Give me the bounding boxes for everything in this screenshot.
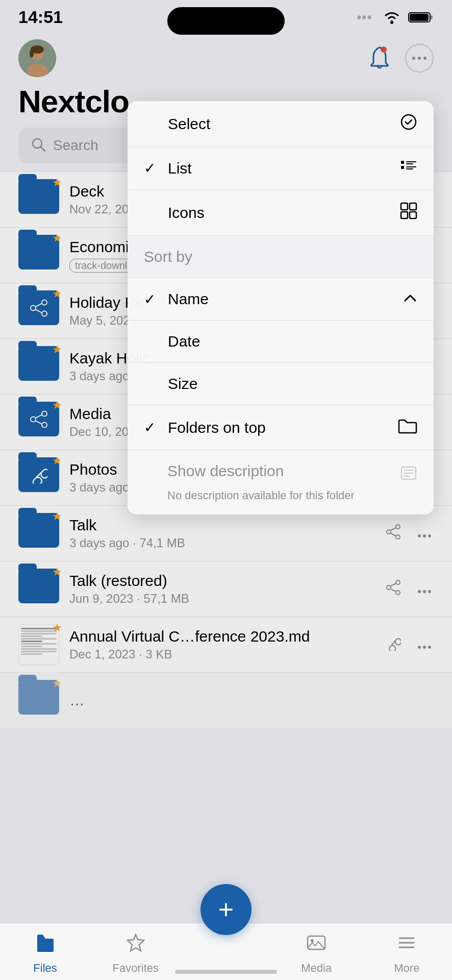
list-check: ✓ [144, 160, 156, 177]
menu-item-name[interactable]: ✓ Name [128, 278, 434, 321]
tab-files[interactable]: Files [20, 932, 71, 975]
svg-rect-54 [401, 166, 404, 169]
menu-item-icons[interactable]: ✓ Icons [128, 190, 434, 236]
chevron-up-icon [403, 291, 417, 307]
menu-item-icons-left: ✓ Icons [144, 204, 205, 222]
tab-more[interactable]: More [381, 932, 432, 975]
files-tab-label: Files [33, 962, 57, 975]
folders-on-top-check: ✓ [144, 419, 156, 436]
circle-check-icon [400, 113, 417, 134]
fab-button[interactable]: + [200, 884, 252, 935]
home-indicator [175, 970, 277, 974]
list-label: List [168, 160, 192, 177]
tab-media[interactable]: Media [291, 932, 342, 975]
icons-label: Icons [168, 204, 205, 222]
menu-item-folders-on-top-left: ✓ Folders on top [144, 419, 266, 436]
tab-favorites[interactable]: Favorites [110, 932, 161, 975]
svg-rect-59 [401, 212, 408, 218]
sort-by-header: Sort by [128, 236, 434, 278]
name-label: Name [168, 290, 209, 308]
more-tab-label: More [394, 962, 419, 975]
favorites-tab-label: Favorites [113, 962, 159, 975]
folders-on-top-label: Folders on top [168, 419, 266, 436]
name-check: ✓ [144, 291, 156, 308]
svg-point-50 [401, 115, 416, 129]
svg-rect-51 [401, 161, 404, 164]
show-description-sublabel: No description available for this folder [167, 489, 355, 502]
menu-item-date-left: ✓ Date [144, 333, 200, 350]
media-tab-icon [305, 932, 328, 959]
select-label: Select [168, 115, 210, 133]
svg-rect-55 [406, 166, 416, 167]
svg-rect-65 [308, 936, 325, 949]
menu-item-show-description: Show description No description availabl… [128, 450, 434, 514]
files-tab-icon [34, 932, 57, 959]
fab-plus-icon: + [218, 896, 234, 923]
menu-item-date[interactable]: ✓ Date [128, 321, 434, 363]
menu-item-name-left: ✓ Name [144, 290, 209, 308]
menu-item-show-description-content: Show description No description availabl… [144, 462, 355, 502]
grid-view-icon [400, 202, 417, 223]
svg-rect-52 [406, 161, 416, 162]
list-view-icon [400, 159, 417, 177]
more-tab-icon [395, 932, 418, 959]
menu-item-size-left: ✓ Size [144, 375, 197, 393]
svg-rect-53 [406, 163, 413, 164]
svg-rect-58 [410, 203, 416, 210]
sort-by-label: Sort by [144, 248, 192, 265]
list-text-icon [400, 464, 417, 485]
svg-rect-57 [401, 203, 408, 210]
menu-item-folders-on-top[interactable]: ✓ Folders on top [128, 405, 434, 450]
size-label: Size [168, 375, 197, 393]
svg-rect-56 [406, 168, 413, 169]
folder-outline-icon [398, 418, 417, 437]
show-description-label: Show description [167, 462, 284, 480]
favorites-tab-icon [124, 932, 147, 959]
dropdown-menu: ✓ Select ✓ List [128, 101, 434, 514]
media-tab-label: Media [301, 962, 332, 975]
menu-item-select[interactable]: ✓ Select [128, 101, 434, 147]
menu-item-list[interactable]: ✓ List [128, 147, 434, 190]
svg-rect-60 [410, 212, 416, 218]
menu-item-select-left: ✓ Select [144, 115, 210, 133]
menu-item-size[interactable]: ✓ Size [128, 363, 434, 405]
menu-item-list-left: ✓ List [144, 160, 192, 177]
date-label: Date [168, 333, 200, 350]
svg-point-66 [311, 939, 314, 942]
